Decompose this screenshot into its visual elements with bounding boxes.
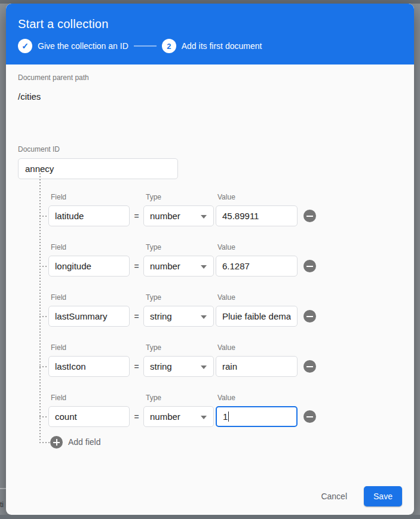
field-row: Field Type Value longitude = number 6.12…	[18, 229, 402, 280]
value-column-label: Value	[215, 193, 297, 201]
type-column-label: Type	[143, 343, 215, 352]
dialog-header: Start a collection ✓ Give the collection…	[6, 4, 414, 65]
field-row: Field Type Value count = number 1	[18, 380, 402, 430]
remove-field-button[interactable]	[303, 360, 316, 373]
dropdown-arrow-icon	[201, 416, 207, 419]
step-1: ✓ Give the collection an ID	[18, 39, 128, 53]
equals-sign: =	[130, 262, 143, 271]
value-input[interactable]: rain	[216, 356, 298, 377]
value-input[interactable]: 1	[216, 406, 298, 427]
field-name-input[interactable]: longitude	[48, 256, 130, 277]
add-field-row: Add field	[18, 430, 402, 455]
field-column-label: Field	[48, 243, 143, 251]
equals-sign: =	[130, 211, 143, 221]
field-column-label: Field	[48, 193, 143, 201]
type-select-value: string	[150, 361, 172, 371]
field-row-inputs: count = number 1	[48, 406, 402, 427]
parent-path-label: Document parent path	[18, 65, 402, 82]
value-text: 1	[223, 407, 228, 426]
value-input[interactable]: Pluie faible demain	[216, 306, 298, 327]
minus-icon	[306, 316, 313, 317]
type-select[interactable]: number	[143, 205, 214, 226]
step-connector-line	[134, 45, 157, 47]
field-row-labels: Field Type Value	[48, 343, 402, 352]
dropdown-arrow-icon	[201, 366, 207, 369]
value-column-label: Value	[215, 293, 297, 302]
stepper: ✓ Give the collection an ID 2 Add its fi…	[18, 39, 402, 53]
step-2-label: Add its first document	[182, 41, 262, 51]
type-column-label: Type	[143, 193, 215, 201]
type-select-value: number	[150, 211, 180, 221]
value-column-label: Value	[215, 243, 297, 251]
value-input[interactable]: 6.1287	[216, 256, 298, 277]
step-2-number: 2	[167, 42, 171, 50]
equals-sign: =	[130, 362, 143, 371]
field-name-input[interactable]: latitude	[48, 205, 130, 226]
type-select[interactable]: string	[143, 306, 214, 327]
value-text: Pluie faible demain	[222, 306, 291, 326]
field-row-labels: Field Type Value	[48, 243, 402, 251]
field-row: Field Type Value lastIcon = string rain	[18, 330, 402, 380]
field-row-labels: Field Type Value	[48, 193, 402, 201]
dropdown-arrow-icon	[201, 215, 207, 219]
remove-field-button[interactable]	[303, 210, 316, 222]
step-1-indicator: ✓	[18, 39, 32, 53]
dialog-footer: Cancel Save	[314, 486, 402, 506]
minus-icon	[306, 216, 313, 217]
background-page-divider	[0, 488, 6, 489]
field-name-input[interactable]: count	[48, 406, 130, 427]
field-name-input[interactable]: lastSummary	[48, 306, 130, 327]
type-select-value: number	[150, 411, 180, 422]
minus-icon	[306, 416, 313, 417]
value-column-label: Value	[215, 343, 297, 352]
type-select[interactable]: number	[143, 256, 214, 277]
equals-sign: =	[130, 312, 143, 321]
add-field-label[interactable]: Add field	[68, 436, 100, 449]
value-input[interactable]: 45.89911	[216, 205, 298, 226]
field-column-label: Field	[48, 343, 143, 352]
field-row-labels: Field Type Value	[48, 394, 402, 402]
value-text: 6.1287	[222, 256, 250, 276]
type-column-label: Type	[143, 243, 215, 251]
field-column-label: Field	[48, 394, 143, 402]
field-row-inputs: latitude = number 45.89911	[48, 205, 402, 226]
modal-backdrop: ti Start a collection ✓ Give the collect…	[0, 0, 420, 519]
text-caret	[228, 411, 229, 422]
step-1-label: Give the collection an ID	[38, 41, 128, 51]
start-collection-dialog: Start a collection ✓ Give the collection…	[6, 4, 414, 515]
type-select[interactable]: string	[143, 356, 214, 377]
step-2: 2 Add its first document	[162, 39, 262, 53]
field-row: Field Type Value latitude = number 45.89…	[18, 179, 402, 229]
remove-field-button[interactable]	[303, 410, 316, 423]
type-column-label: Type	[143, 394, 215, 402]
save-button[interactable]: Save	[364, 486, 402, 506]
dialog-body: Document parent path /cities Document ID…	[6, 65, 414, 455]
equals-sign: =	[130, 412, 143, 422]
type-select[interactable]: number	[143, 406, 214, 427]
type-select-value: string	[150, 311, 172, 321]
background-text-fragment: ti	[0, 500, 4, 509]
remove-field-button[interactable]	[303, 310, 316, 323]
field-row-inputs: longitude = number 6.1287	[48, 256, 402, 277]
parent-path-value: /cities	[18, 91, 402, 102]
step-2-indicator: 2	[162, 39, 176, 53]
field-row: Field Type Value lastSummary = string Pl…	[18, 280, 402, 330]
remove-field-button[interactable]	[303, 260, 316, 272]
field-row-inputs: lastIcon = string rain	[48, 356, 402, 377]
add-field-button[interactable]	[50, 436, 63, 449]
type-column-label: Type	[143, 293, 215, 302]
cancel-button[interactable]: Cancel	[314, 487, 354, 506]
dialog-title: Start a collection	[18, 17, 402, 31]
document-id-input[interactable]: annecy	[18, 158, 178, 179]
value-text: rain	[222, 357, 237, 376]
field-column-label: Field	[48, 293, 143, 302]
minus-icon	[306, 366, 313, 367]
minus-icon	[306, 266, 313, 267]
value-text: 45.89911	[222, 206, 259, 226]
field-rows: Field Type Value latitude = number 45.89…	[18, 179, 402, 455]
dropdown-arrow-icon	[201, 315, 207, 319]
field-name-input[interactable]: lastIcon	[48, 356, 130, 377]
document-id-label: Document ID	[18, 145, 402, 153]
check-icon: ✓	[22, 42, 29, 50]
field-row-labels: Field Type Value	[48, 293, 402, 302]
